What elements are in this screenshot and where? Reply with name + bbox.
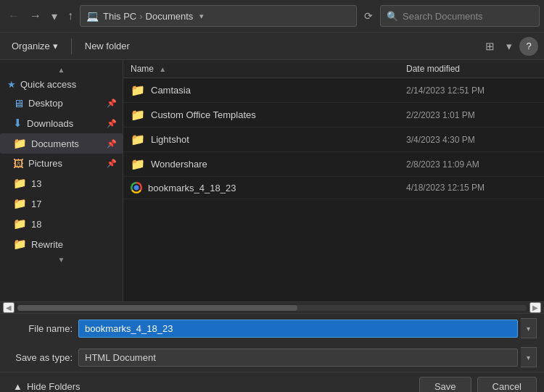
savetype-row: Save as type: ▾ — [0, 343, 544, 372]
breadcrumb-pc[interactable]: This PC — [103, 11, 136, 22]
up-button[interactable]: ↑ — [64, 7, 77, 25]
sidebar-desktop-label: Desktop — [28, 98, 63, 109]
file-date-custom: 2/2/2023 1:01 PM — [406, 110, 537, 120]
downloads-pin-icon: 📌 — [107, 119, 117, 128]
top-bar: ← → ▾ ↑ 💻 This PC › Documents ▾ ⟳ 🔍 — [0, 0, 544, 33]
file-date-camtasia: 2/14/2023 12:51 PM — [406, 86, 537, 96]
file-list-area: Name ▲ Date modified 📁 Camtasia 2/14/202… — [123, 60, 544, 301]
table-row[interactable]: 📁 Camtasia 2/14/2023 12:51 PM — [123, 78, 544, 103]
sidebar-scroll-up[interactable]: ▲ — [0, 64, 123, 75]
breadcrumb-folder[interactable]: Documents — [146, 11, 194, 22]
help-button[interactable]: ? — [519, 37, 538, 56]
folder-camtasia-icon: 📁 — [131, 83, 145, 97]
toolbar-right: ⊞ ▾ ? — [481, 37, 538, 56]
quick-access-text: Quick access — [20, 79, 76, 90]
table-row[interactable]: 📁 Wondershare 2/8/2023 11:09 AM — [123, 152, 544, 177]
sidebar-17-label: 17 — [31, 199, 41, 209]
table-row[interactable]: 📁 Lightshot 3/4/2023 4:30 PM — [123, 128, 544, 152]
desktop-icon: 🖥 — [13, 97, 24, 109]
nav-dropdown-button[interactable]: ▾ — [48, 7, 61, 26]
filename-input-wrapper: ▾ — [78, 318, 537, 338]
sidebar-13-label: 13 — [31, 178, 41, 189]
file-name-bookmarks: bookmarks_4_18_23 — [148, 183, 406, 193]
sidebar-item-rewrite[interactable]: 📁 Rewrite — [0, 234, 123, 254]
pictures-pin-icon: 📌 — [107, 159, 117, 168]
downloads-icon: ⬇ — [13, 117, 22, 130]
scroll-right-button[interactable]: ▶ — [529, 302, 541, 313]
sidebar-item-18[interactable]: 📁 18 — [0, 214, 123, 234]
pc-icon: 💻 — [86, 10, 99, 22]
table-row[interactable]: 📁 Custom Office Templates 2/2/2023 1:01 … — [123, 103, 544, 128]
sidebar-18-label: 18 — [31, 219, 41, 230]
view-dropdown-button[interactable]: ▾ — [502, 37, 516, 56]
hide-folders-label: Hide Folders — [27, 381, 81, 392]
desktop-pin-icon: 📌 — [107, 99, 117, 108]
documents-folder-icon: 📁 — [13, 137, 27, 150]
file-name-camtasia: Camtasia — [151, 85, 406, 96]
sidebar-pictures-label: Pictures — [28, 158, 62, 169]
quick-access-star-icon: ★ — [7, 79, 16, 90]
back-button[interactable]: ← — [4, 7, 23, 25]
folder-custom-icon: 📁 — [131, 108, 145, 122]
save-type-label: Save as type: — [7, 352, 73, 363]
file-date-wondershare: 2/8/2023 11:09 AM — [406, 159, 537, 170]
scroll-thumb[interactable] — [17, 305, 297, 311]
address-dropdown-button[interactable]: ▾ — [197, 12, 206, 21]
breadcrumb: This PC › Documents — [103, 11, 193, 22]
table-row[interactable]: bookmarks_4_18_23 4/18/2023 12:15 PM — [123, 177, 544, 199]
file-date-bookmarks: 4/18/2023 12:15 PM — [406, 183, 537, 193]
savetype-input-wrapper: ▾ — [78, 347, 537, 367]
sidebar-item-13[interactable]: 📁 13 — [0, 173, 123, 193]
col-date-header[interactable]: Date modified — [406, 64, 537, 74]
file-name-label: File name: — [7, 323, 73, 334]
scroll-left-button[interactable]: ◀ — [3, 302, 15, 313]
hide-folders-arrow-icon: ▲ — [13, 381, 22, 392]
documents-pin-icon: 📌 — [107, 139, 117, 149]
chrome-bookmarks-icon — [131, 182, 142, 193]
sidebar-item-downloads[interactable]: ⬇ Downloads 📌 — [0, 113, 123, 133]
search-input[interactable] — [403, 11, 533, 22]
file-name-wondershare: Wondershare — [151, 159, 406, 170]
hide-folders-button[interactable]: ▲ Hide Folders — [7, 378, 86, 392]
sidebar-item-desktop[interactable]: 🖥 Desktop 📌 — [0, 93, 123, 113]
sidebar-item-17[interactable]: 📁 17 — [0, 193, 123, 214]
cancel-button[interactable]: Cancel — [477, 377, 537, 392]
savetype-input[interactable] — [78, 349, 518, 367]
save-button[interactable]: Save — [419, 377, 471, 392]
view-button[interactable]: ⊞ — [481, 37, 499, 56]
sort-arrow-icon: ▲ — [159, 65, 166, 73]
sidebar-rewrite-label: Rewrite — [31, 239, 63, 250]
forward-button[interactable]: → — [26, 7, 45, 25]
folder-17-icon: 📁 — [13, 197, 27, 210]
address-bar: 💻 This PC › Documents ▾ — [80, 5, 357, 27]
sidebar-scroll-down[interactable]: ▼ — [0, 254, 123, 265]
bottom-section: File name: ▾ Save as type: ▾ ▲ Hide Fold… — [0, 313, 544, 392]
toolbar: Organize ▾ New folder ⊞ ▾ ? — [0, 33, 544, 60]
new-folder-button[interactable]: New folder — [79, 38, 136, 54]
file-date-lightshot: 3/4/2023 4:30 PM — [406, 135, 537, 145]
search-icon: 🔍 — [387, 11, 398, 22]
sidebar-downloads-label: Downloads — [27, 118, 73, 129]
folder-rewrite-icon: 📁 — [13, 238, 27, 251]
col-name-header[interactable]: Name ▲ — [131, 64, 406, 74]
refresh-button[interactable]: ⟳ — [360, 7, 377, 25]
file-name-lightshot: Lightshot — [151, 134, 406, 145]
filename-input[interactable] — [78, 320, 518, 338]
savetype-dropdown-button[interactable]: ▾ — [521, 347, 537, 367]
organize-button[interactable]: Organize ▾ — [6, 38, 64, 54]
folder-wondershare-icon: 📁 — [131, 157, 145, 171]
horizontal-scrollbar: ◀ ▶ — [0, 301, 544, 313]
sidebar-quick-access-header[interactable]: ★ Quick access — [0, 75, 123, 93]
scroll-track[interactable] — [17, 305, 527, 311]
sidebar-item-pictures[interactable]: 🖼 Pictures 📌 — [0, 154, 123, 173]
folder-13-icon: 📁 — [13, 177, 27, 190]
sidebar-item-documents[interactable]: 📁 Documents 📌 — [0, 133, 123, 154]
sidebar: ▲ ★ Quick access 🖥 Desktop 📌 ⬇ Downloads… — [0, 60, 123, 301]
search-box: 🔍 — [380, 5, 540, 27]
filename-dropdown-button[interactable]: ▾ — [521, 318, 537, 338]
organize-arrow-icon: ▾ — [53, 41, 58, 51]
organize-label: Organize — [12, 41, 50, 51]
folder-18-icon: 📁 — [13, 217, 27, 230]
file-list-header: Name ▲ Date modified — [123, 60, 544, 78]
sidebar-documents-label: Documents — [31, 138, 79, 149]
